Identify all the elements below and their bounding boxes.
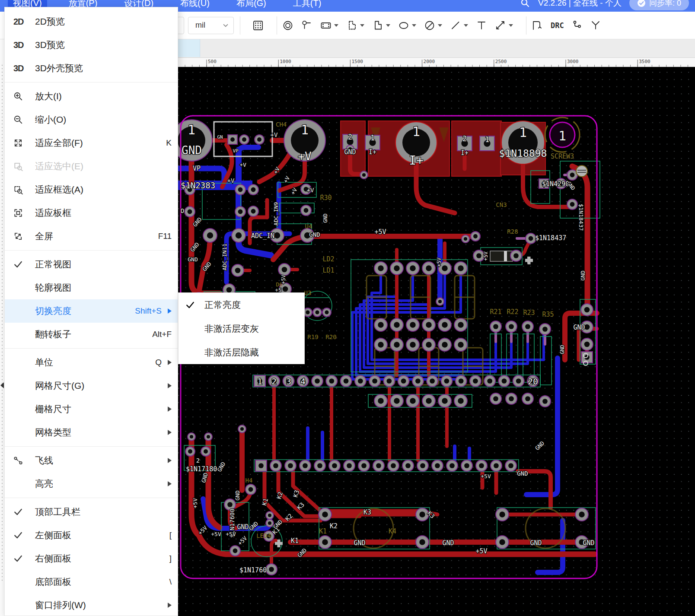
keepout-tool[interactable] <box>424 20 442 31</box>
menu-item-shortcut: K <box>166 138 172 148</box>
view-menu-item[interactable]: 3D3D预览 <box>5 33 178 57</box>
pcb-label: +5V <box>226 531 236 537</box>
menubar-item[interactable]: 布线(U) <box>175 0 215 10</box>
view-menu-item[interactable]: 翻转板子Alt+F <box>5 323 178 346</box>
pcb-label: +5V <box>211 531 221 537</box>
active-tab[interactable] <box>178 39 200 57</box>
menu-separator <box>5 446 178 447</box>
pcb-label: GND <box>237 523 249 531</box>
zoom-out-icon <box>13 115 35 124</box>
view-menu-item[interactable]: 单位Q <box>5 351 178 374</box>
view-menu-item[interactable]: 适应框选(A) <box>5 178 178 201</box>
pcb-label: +V <box>307 187 314 194</box>
pcb-label: GND <box>559 345 565 354</box>
measure-tool[interactable] <box>495 20 513 31</box>
menu-item-label: 窗口排列(W) <box>35 599 168 611</box>
pad-tool[interactable] <box>320 20 338 31</box>
menu-item-label: 适应选中(E) <box>35 160 178 172</box>
view-menu-item[interactable]: 放大(I) <box>5 85 178 108</box>
menu-item-label: 翻转板子 <box>35 328 152 340</box>
dropdown-caret-icon[interactable] <box>509 24 513 27</box>
dropdown-caret-icon[interactable] <box>464 24 468 27</box>
pcb-label: VP <box>193 165 201 172</box>
menu-item-shortcut: F11 <box>158 232 172 241</box>
brightness-submenu-item[interactable]: 非激活层隐藏 <box>179 340 304 364</box>
collapse-arrow-icon[interactable] <box>0 382 4 388</box>
pcb-label: +5V <box>192 498 198 508</box>
view-menu-item[interactable]: 3D3D外壳预览 <box>5 57 178 80</box>
pcb-label: GND <box>322 213 328 223</box>
pcb-label: R21 <box>490 308 501 316</box>
dropdown-caret-icon[interactable] <box>360 24 364 27</box>
panel-resize-handle[interactable] <box>2 65 3 583</box>
submenu-arrow-icon <box>168 430 172 435</box>
view-menu-popup: 2D2D预览3D3D预览3D3D外壳预览放大(I)缩小(O)适应全部(F)K适应… <box>4 7 178 616</box>
menu-item-label: 底部面板 <box>35 576 169 588</box>
sync-button[interactable]: 同步率: 0 <box>629 0 689 10</box>
drc-tool[interactable]: DRC <box>551 21 564 30</box>
submenu-arrow-icon <box>168 603 172 608</box>
menu-item-label: 切换亮度 <box>35 305 135 317</box>
pcb-label: GND <box>234 490 241 501</box>
pcb-label: LD2 <box>322 255 334 263</box>
menu-item-label: 适应全部(F) <box>35 137 166 149</box>
view-menu-item[interactable]: 栅格尺寸 <box>5 397 178 421</box>
pin-tool[interactable] <box>301 20 312 31</box>
view-menu-item[interactable]: 缩小(O) <box>5 108 178 131</box>
pcb-label: D <box>181 207 184 214</box>
pcb-label: $1N4290 <box>542 180 569 188</box>
brightness-submenu-item[interactable]: 非激活层变灰 <box>179 317 304 340</box>
view-menu-item[interactable]: 网格类型 <box>5 421 178 444</box>
pcb-label: GND <box>573 324 585 331</box>
menu-item-label: 栅格尺寸 <box>35 403 168 415</box>
view-menu-item[interactable]: 正常视图 <box>5 253 178 276</box>
menubar-item[interactable]: 布局(G) <box>231 0 271 10</box>
view-menu-item[interactable]: 网格尺寸(G) <box>5 374 178 397</box>
text-tool[interactable] <box>476 20 487 31</box>
check-icon <box>13 260 35 269</box>
view-menu-item[interactable]: 左侧面板[ <box>5 524 178 547</box>
dropdown-caret-icon[interactable] <box>386 24 390 27</box>
view-menu-item[interactable]: 右侧面板] <box>5 547 178 570</box>
view-menu-item[interactable]: 2D2D预览 <box>5 10 178 33</box>
menu-item-label: 正常视图 <box>35 258 178 270</box>
fit-board-icon <box>13 208 35 218</box>
menubar-item[interactable]: 工具(T) <box>288 0 327 10</box>
pcb-label: I+ <box>409 153 424 168</box>
view-menu-item[interactable]: 顶部工具栏 <box>5 500 178 524</box>
view-menu-item[interactable]: 适应全部(F)K <box>5 131 178 155</box>
pcb-label: $1N1760 <box>239 566 267 574</box>
brightness-submenu-item[interactable]: 正常亮度 <box>179 293 304 317</box>
menu-item-label: 网格尺寸(G) <box>35 380 168 392</box>
dropdown-caret-icon[interactable] <box>412 24 416 27</box>
pcb-label: 2 <box>196 457 200 464</box>
view-menu-item[interactable]: 底部面板\ <box>5 570 178 594</box>
menu-item-label: 缩小(O) <box>35 114 178 126</box>
line-tool[interactable] <box>450 20 468 31</box>
view-menu-item[interactable]: 适应板框 <box>5 201 178 225</box>
menu-item-label: 适应板框 <box>35 207 178 219</box>
dropdown-caret-icon[interactable] <box>438 24 442 27</box>
search-icon[interactable] <box>520 0 530 8</box>
import-tool[interactable] <box>532 20 543 31</box>
dropdown-caret-icon[interactable] <box>334 24 338 27</box>
net-partial-tool[interactable] <box>591 20 602 31</box>
view-menu-item[interactable]: 全屏F11 <box>5 225 178 248</box>
ellipse-tool[interactable] <box>398 20 416 31</box>
solid-region-tool[interactable] <box>372 20 390 31</box>
grid-tool[interactable] <box>252 20 264 31</box>
unit-select[interactable]: mil <box>188 17 234 34</box>
pcb-label: 4 <box>300 376 306 387</box>
view-menu-item[interactable]: 窗口排列(W) <box>5 594 178 616</box>
via-tool[interactable] <box>282 20 293 31</box>
view-menu-item[interactable]: 高亮 <box>5 472 178 495</box>
dashed-region-tool[interactable] <box>346 20 364 31</box>
sync-icon <box>637 0 646 7</box>
view-menu-item[interactable]: 飞线 <box>5 449 178 472</box>
menu-item-shortcut: ] <box>169 554 172 563</box>
net-tool[interactable] <box>572 20 583 31</box>
menu-item-shortcut: [ <box>169 530 172 540</box>
view-menu-item[interactable]: 切换亮度Shift+S <box>5 299 178 323</box>
view-menu-item[interactable]: 轮廓视图 <box>5 276 178 299</box>
pcb-label: 1 <box>485 135 489 144</box>
